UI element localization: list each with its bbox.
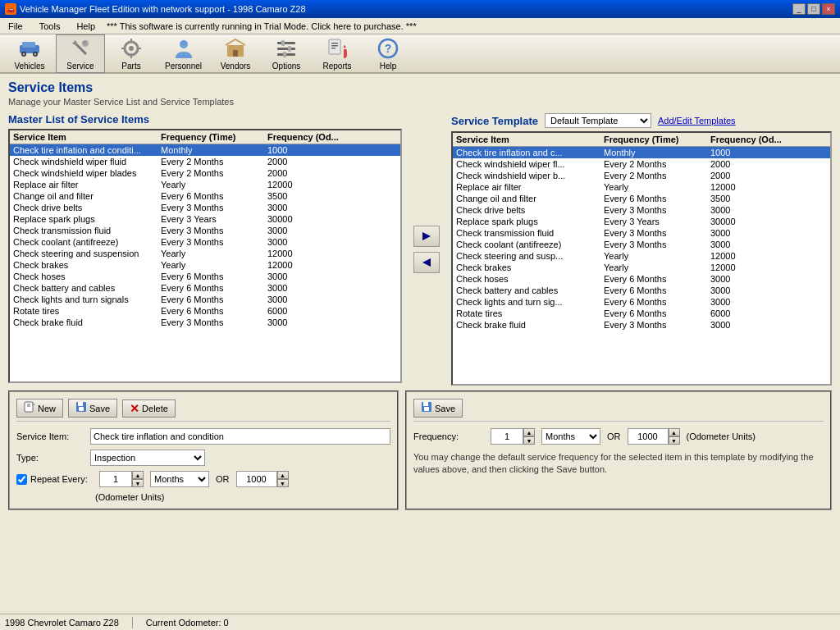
svg-rect-10 (130, 54, 132, 58)
master-cell-item: Check steering and suspension (13, 249, 161, 258)
master-header-freq-od: Frequency (Od... (267, 132, 341, 142)
master-list-row[interactable]: Check drive beltsEvery 3 Months3000 (10, 202, 400, 213)
master-cell-item: Check coolant (antifreeze) (13, 237, 161, 247)
repeat-down-button[interactable]: ▼ (132, 479, 144, 487)
template-list-row[interactable]: Check drive beltsEvery 3 Months3000 (453, 204, 830, 216)
master-list-row[interactable]: Check transmission fluidEvery 3 Months30… (10, 225, 400, 236)
template-cell-item: Check lights and turn sig... (456, 297, 604, 307)
master-list-row[interactable]: Replace spark plugsEvery 3 Years30000 (10, 213, 400, 225)
template-odometer-up[interactable]: ▲ (669, 428, 680, 436)
remove-from-template-button[interactable] (413, 252, 440, 273)
template-cell-item: Replace spark plugs (456, 217, 604, 226)
template-cell-freq-time: Every 6 Months (604, 297, 710, 307)
template-cell-freq-time: Every 6 Months (604, 194, 710, 203)
menu-tools[interactable]: Tools (34, 21, 66, 32)
menu-help[interactable]: Help (71, 21, 100, 32)
options-icon (275, 37, 298, 60)
freq-unit-select[interactable]: Months Years Weeks (541, 428, 600, 445)
freq-up-button[interactable]: ▲ (523, 428, 535, 436)
master-cell-freq-od: 12000 (267, 180, 341, 189)
template-list-row[interactable]: Check brakesYearly12000 (453, 262, 830, 273)
service-label: Service (66, 62, 94, 71)
template-list-row[interactable]: Check brake fluidEvery 3 Months3000 (453, 319, 830, 331)
master-list-row[interactable]: Change oil and filterEvery 6 Months3500 (10, 190, 400, 202)
template-dropdown[interactable]: Default Template (545, 113, 651, 128)
template-list-container[interactable]: Service Item Frequency (Time) Frequency … (451, 131, 832, 386)
left-edit-panel: New Save ✕ Delete Service Item: Typ (8, 390, 399, 510)
trial-message[interactable]: *** This software is currently running i… (107, 21, 417, 31)
template-list-row[interactable]: Check transmission fluidEvery 3 Months30… (453, 227, 830, 239)
menu-file[interactable]: File (3, 21, 28, 32)
template-cell-item: Check brakes (456, 262, 604, 272)
toolbar-help[interactable]: ? Help (363, 34, 413, 73)
new-button[interactable]: New (16, 399, 63, 418)
freq-value-input[interactable] (491, 428, 523, 445)
toolbar-service[interactable]: Service (56, 34, 105, 73)
svg-point-5 (34, 52, 37, 55)
odometer-input[interactable] (236, 471, 277, 487)
master-list-row[interactable]: Check coolant (antifreeze)Every 3 Months… (10, 236, 400, 248)
template-list-row[interactable]: Replace air filterYearly12000 (453, 181, 830, 193)
master-list-row[interactable]: Check battery and cablesEvery 6 Months30… (10, 282, 400, 294)
template-cell-item: Check tire inflation and c... (456, 148, 604, 158)
add-to-template-button[interactable] (413, 226, 440, 247)
repeat-unit-select[interactable]: Months Years Weeks (150, 471, 209, 487)
repeat-up-button[interactable]: ▲ (132, 471, 144, 479)
save-left-button[interactable]: Save (68, 399, 117, 418)
toolbar-options[interactable]: Options (262, 34, 311, 73)
maximize-button[interactable]: □ (807, 3, 820, 15)
toolbar-personnel[interactable]: Personnel (158, 34, 209, 73)
master-list-row[interactable]: Check hosesEvery 6 Months3000 (10, 271, 400, 282)
template-list-row[interactable]: Check coolant (antifreeze)Every 3 Months… (453, 239, 830, 250)
toolbar-parts[interactable]: Parts (107, 34, 156, 73)
type-select[interactable]: Inspection Oil Change Repair Other (90, 450, 205, 466)
template-list-row[interactable]: Replace spark plugsEvery 3 Years30000 (453, 216, 830, 227)
svg-point-13 (180, 40, 188, 48)
master-list-container[interactable]: Service Item Frequency (Time) Frequency … (8, 129, 402, 383)
master-cell-freq-od: 3000 (267, 237, 341, 247)
save-right-button[interactable]: Save (413, 399, 463, 418)
template-list-row[interactable]: Check windshield wiper fl...Every 2 Mont… (453, 158, 830, 170)
master-list-row[interactable]: Rotate tiresEvery 6 Months6000 (10, 305, 400, 317)
minimize-button[interactable]: _ (792, 3, 806, 15)
close-button[interactable]: × (822, 3, 835, 15)
template-list-row[interactable]: Rotate tiresEvery 6 Months6000 (453, 308, 830, 319)
repeat-value-input[interactable] (99, 471, 132, 487)
master-list-header: Service Item Frequency (Time) Frequency … (10, 130, 400, 144)
status-bar: 1998 Chevrolet Camaro Z28 Current Odomet… (0, 614, 840, 630)
template-list-row[interactable]: Check tire inflation and c...Monthly1000 (453, 147, 830, 158)
template-odometer-down[interactable]: ▼ (669, 436, 680, 445)
master-list-row[interactable]: Check tire inflation and conditi...Month… (10, 144, 400, 156)
odometer-down-button[interactable]: ▼ (277, 479, 289, 487)
template-list-row[interactable]: Check windshield wiper b...Every 2 Month… (453, 170, 830, 181)
freq-down-button[interactable]: ▼ (523, 436, 535, 445)
toolbar-reports[interactable]: Reports (313, 34, 362, 73)
master-list-row[interactable]: Replace air filterYearly12000 (10, 179, 400, 190)
master-list-row[interactable]: Check brake fluidEvery 3 Months3000 (10, 317, 400, 328)
template-list-row[interactable]: Check lights and turn sig...Every 6 Mont… (453, 296, 830, 308)
template-odometer-input[interactable] (628, 428, 669, 445)
template-list-row[interactable]: Check steering and susp...Yearly12000 (453, 250, 830, 262)
template-cell-freq-od: 12000 (710, 262, 784, 272)
template-list-row[interactable]: Change oil and filterEvery 6 Months3500 (453, 193, 830, 204)
svg-rect-9 (130, 39, 132, 43)
master-list-row[interactable]: Check lights and turn signalsEvery 6 Mon… (10, 294, 400, 305)
repeat-checkbox[interactable] (16, 474, 27, 485)
odometer-up-button[interactable]: ▲ (277, 471, 289, 479)
master-list-row[interactable]: Check windshield wiper fluidEvery 2 Mont… (10, 156, 400, 167)
or-text-right: OR (604, 431, 624, 441)
toolbar-vendors[interactable]: Vendors (211, 34, 260, 73)
template-list-row[interactable]: Check hosesEvery 6 Months3000 (453, 273, 830, 285)
delete-button[interactable]: ✕ Delete (122, 399, 176, 418)
template-cell-freq-od: 12000 (710, 182, 784, 192)
master-list-row[interactable]: Check windshield wiper bladesEvery 2 Mon… (10, 167, 400, 179)
master-list-row[interactable]: Check steering and suspensionYearly12000 (10, 248, 400, 259)
add-edit-templates-link[interactable]: Add/Edit Templates (658, 116, 736, 126)
master-list-row[interactable]: Check brakesYearly12000 (10, 259, 400, 271)
service-item-input[interactable] (90, 428, 390, 445)
master-header-freq-time: Frequency (Time) (161, 132, 267, 142)
master-cell-item: Check tire inflation and conditi... (13, 145, 161, 155)
toolbar-vehicles[interactable]: Vehicles (5, 34, 54, 73)
template-list-row[interactable]: Check battery and cablesEvery 6 Months30… (453, 285, 830, 296)
odometer-spinner-buttons: ▲ ▼ (277, 471, 289, 487)
